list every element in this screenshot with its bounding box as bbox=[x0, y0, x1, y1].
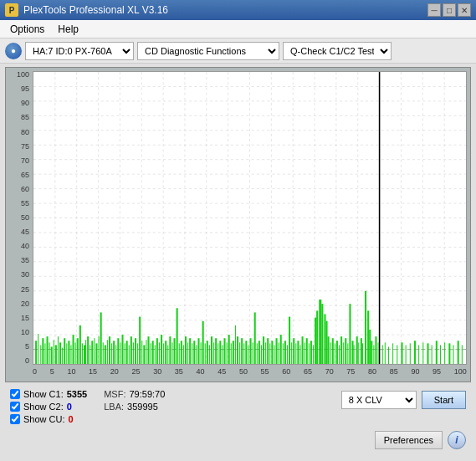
y-label-15: 15 bbox=[9, 315, 29, 322]
drive-select[interactable]: HA:7 ID:0 PX-760A bbox=[25, 42, 134, 60]
svg-rect-102 bbox=[167, 345, 168, 364]
svg-rect-213 bbox=[436, 341, 438, 364]
svg-rect-201 bbox=[385, 342, 386, 364]
svg-rect-100 bbox=[163, 343, 164, 364]
y-label-85: 85 bbox=[9, 114, 29, 121]
x-label-45: 45 bbox=[218, 367, 226, 376]
svg-rect-170 bbox=[315, 318, 316, 364]
svg-rect-126 bbox=[219, 341, 221, 364]
svg-rect-162 bbox=[297, 341, 299, 364]
svg-rect-59 bbox=[75, 342, 76, 364]
svg-rect-129 bbox=[227, 342, 228, 364]
svg-rect-173 bbox=[321, 304, 323, 364]
svg-rect-171 bbox=[316, 310, 318, 364]
svg-rect-128 bbox=[223, 338, 225, 364]
x-label-65: 65 bbox=[304, 367, 312, 376]
svg-rect-155 bbox=[283, 343, 284, 364]
show-c2-checkbox[interactable] bbox=[10, 402, 20, 412]
svg-rect-53 bbox=[62, 347, 63, 364]
minimize-button[interactable]: ─ bbox=[427, 3, 441, 17]
svg-rect-82 bbox=[125, 343, 125, 364]
window-title: PlexTools Professional XL V3.16 bbox=[23, 4, 168, 16]
svg-rect-202 bbox=[388, 346, 389, 364]
svg-rect-120 bbox=[207, 341, 208, 364]
toolbar: ● HA:7 ID:0 PX-760A CD Diagnostic Functi… bbox=[0, 38, 476, 64]
svg-rect-160 bbox=[293, 338, 294, 364]
x-label-5: 5 bbox=[50, 367, 54, 376]
y-label-95: 95 bbox=[9, 85, 29, 93]
svg-rect-131 bbox=[231, 343, 232, 364]
window-controls[interactable]: ─ □ ✕ bbox=[427, 3, 471, 17]
chart-plot-area bbox=[33, 71, 467, 365]
menu-help[interactable]: Help bbox=[51, 22, 85, 37]
svg-rect-64 bbox=[85, 340, 86, 364]
svg-rect-183 bbox=[343, 342, 344, 364]
svg-rect-216 bbox=[448, 343, 450, 364]
show-c2-item: Show C2: 0 bbox=[10, 402, 87, 412]
svg-rect-63 bbox=[84, 345, 85, 364]
menu-options[interactable]: Options bbox=[3, 22, 51, 37]
svg-rect-94 bbox=[151, 343, 151, 364]
svg-rect-54 bbox=[64, 338, 65, 364]
svg-rect-78 bbox=[115, 345, 116, 364]
svg-rect-193 bbox=[365, 291, 366, 364]
maximize-button[interactable]: □ bbox=[443, 3, 456, 17]
x-label-100: 100 bbox=[454, 367, 467, 376]
svg-rect-86 bbox=[133, 342, 134, 364]
svg-rect-203 bbox=[392, 343, 393, 364]
test-select[interactable]: Q-Check C1/C2 Test bbox=[283, 42, 392, 60]
svg-rect-194 bbox=[367, 310, 369, 364]
svg-rect-106 bbox=[177, 308, 178, 364]
svg-rect-181 bbox=[339, 345, 340, 364]
title-bar: P PlexTools Professional XL V3.16 ─ □ ✕ bbox=[0, 0, 476, 20]
start-button[interactable]: Start bbox=[422, 391, 466, 409]
svg-rect-186 bbox=[349, 304, 351, 364]
x-label-35: 35 bbox=[175, 367, 183, 376]
chart-container: 0 5 10 15 20 25 30 35 40 45 50 55 60 65 … bbox=[5, 67, 471, 382]
x-label-70: 70 bbox=[325, 367, 334, 376]
x-label-50: 50 bbox=[239, 367, 248, 376]
svg-rect-137 bbox=[243, 343, 244, 364]
svg-rect-57 bbox=[70, 345, 71, 364]
svg-rect-103 bbox=[169, 336, 171, 364]
svg-rect-198 bbox=[375, 336, 376, 364]
svg-rect-175 bbox=[325, 321, 327, 364]
svg-rect-42 bbox=[38, 334, 38, 364]
svg-rect-208 bbox=[414, 341, 416, 364]
close-button[interactable]: ✕ bbox=[458, 3, 471, 17]
x-label-10: 10 bbox=[67, 367, 75, 376]
function-select[interactable]: CD Diagnostic Functions bbox=[137, 42, 279, 60]
x-label-85: 85 bbox=[390, 367, 398, 376]
info-button[interactable]: i bbox=[448, 431, 466, 449]
svg-rect-51 bbox=[58, 336, 59, 364]
show-cu-checkbox[interactable] bbox=[10, 414, 20, 424]
x-label-20: 20 bbox=[110, 367, 119, 376]
y-label-70: 70 bbox=[9, 157, 29, 165]
svg-rect-158 bbox=[289, 317, 290, 364]
svg-rect-83 bbox=[126, 341, 128, 364]
svg-rect-168 bbox=[310, 341, 312, 364]
svg-rect-147 bbox=[265, 342, 266, 364]
svg-rect-107 bbox=[179, 343, 180, 364]
svg-rect-152 bbox=[276, 338, 278, 364]
menu-bar: Options Help bbox=[0, 20, 476, 38]
svg-rect-85 bbox=[131, 336, 132, 364]
x-label-40: 40 bbox=[197, 367, 205, 376]
lba-value: 359995 bbox=[127, 402, 158, 412]
preferences-button[interactable]: Preferences bbox=[375, 431, 443, 449]
svg-rect-136 bbox=[241, 338, 243, 364]
svg-rect-184 bbox=[345, 338, 346, 364]
y-label-0: 0 bbox=[9, 357, 29, 365]
svg-rect-122 bbox=[211, 336, 212, 364]
show-c1-checkbox[interactable] bbox=[10, 389, 20, 399]
svg-rect-174 bbox=[324, 314, 325, 364]
svg-rect-188 bbox=[354, 345, 355, 364]
speed-select[interactable]: 8 X CLV bbox=[341, 391, 417, 409]
svg-rect-48 bbox=[51, 346, 53, 364]
svg-rect-75 bbox=[109, 336, 110, 364]
svg-rect-41 bbox=[35, 341, 37, 364]
svg-rect-65 bbox=[87, 336, 89, 364]
svg-rect-90 bbox=[141, 341, 142, 364]
svg-rect-145 bbox=[261, 345, 262, 364]
y-label-50: 50 bbox=[9, 214, 29, 222]
